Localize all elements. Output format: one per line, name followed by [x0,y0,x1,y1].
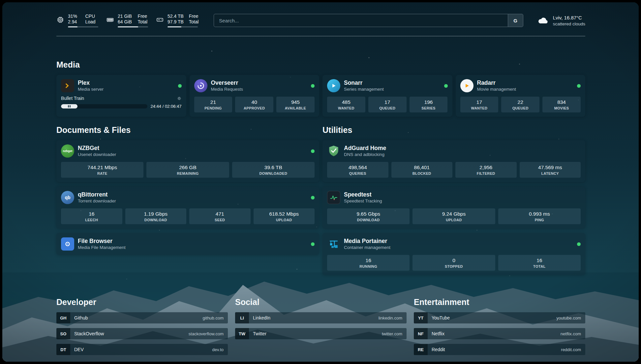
speedtest-subtitle: Speedtest Tracking [344,198,382,203]
stat-value: 0.993 ms [499,211,580,217]
bookmark-domain: github.com [202,316,228,320]
bookmark-name: DEV [74,347,84,352]
stat-box: 16LEECH [61,208,122,224]
stat-label: RUNNING [328,264,409,268]
bookmark-dev[interactable]: DTDEVdev.to [56,344,228,355]
nzbget-status-dot [311,149,315,153]
card-portainer[interactable]: Media Portainer Container management 16R… [322,233,585,275]
stat-label: UPLOAD [254,218,314,222]
now-playing-title: Bullet Train [61,96,84,101]
bookmark-reddit[interactable]: RERedditreddit.com [414,344,585,355]
speedtest-icon [327,191,340,204]
portainer-subtitle: Container management [344,245,390,250]
cpu-widget: 31% CPU 2.94 Load [56,14,98,27]
radarr-status-dot [577,84,581,88]
bookmark-domain: netflix.com [561,331,585,336]
card-speedtest[interactable]: Speedtest Speedtest Tracking 9.65 GbpsDO… [322,187,585,228]
stat-label: STOPPED [413,264,494,268]
stat-value: 86,401 [392,165,452,170]
plex-icon [61,79,74,92]
bookmark-twitter[interactable]: TWTwittertwitter.com [235,328,407,339]
stat-box: 618.52 MbpsUPLOAD [254,208,315,224]
stat-value: 39.6 TB [233,165,314,170]
stat-box: 471SEED [189,208,251,224]
stat-value: 471 [190,211,250,217]
stat-box: 21PENDING [194,97,232,112]
sonarr-subtitle: Series management [344,87,384,92]
bookmark-name: LinkedIn [253,315,270,320]
card-plex[interactable]: Plex Media server Bullet Train [56,75,186,117]
stat-box: 16RUNNING [327,255,410,271]
bookmark-stackoverflow[interactable]: SOStackOverflowstackoverflow.com [56,328,228,339]
sonarr-name: Sonarr [344,80,384,86]
ram-icon [106,16,114,24]
pause-button[interactable] [68,105,71,107]
adguard-subtitle: DNS and adblocking [344,152,386,157]
section-media: Media Plex Media server [56,60,585,117]
stat-box: 266 GBREMAINING [146,162,229,178]
card-filebrowser[interactable]: File Browser Media File Management [56,233,319,255]
playback-time: 24:44 / 02:06:47 [151,104,182,109]
stat-label: REMAINING [147,171,228,175]
stat-label: RATE [62,171,143,175]
cpu-progress-bar [68,26,98,27]
section-utilities: Utilities AdGuard Home [322,125,585,280]
memory-widget: 21 GiB Free 64 GiB Total [106,14,148,27]
svg-text:nzbget: nzbget [63,149,73,153]
radarr-name: Radarr [477,80,516,86]
qbittorrent-icon: qb [61,191,74,204]
bookmark-netflix[interactable]: NFNetflixnetflix.com [414,328,585,339]
stat-label: SERIES [410,106,447,110]
portainer-status-dot [577,242,581,246]
stat-value: 498,564 [328,165,388,170]
stat-box: 17WANTED [460,97,499,112]
disk-total-value: 97.9 TB [168,19,184,25]
bookmark-name: YouTube [432,315,450,320]
weather-widget: Lviv, 16.87°C scattered clouds [537,15,585,26]
stat-value: 21 [195,99,232,105]
stat-value: 9.65 Gbps [328,211,409,217]
adguard-icon [327,144,340,158]
stat-label: FILTERED [456,171,516,175]
bookmark-github[interactable]: GHGithubgithub.com [56,312,228,323]
stat-value: 17 [461,99,498,105]
bookmark-linkedin[interactable]: LILinkedInlinkedin.com [235,312,407,323]
stat-value: 485 [328,99,365,105]
bookmarks-entertainment: Entertainment YTYouTubeyoutube.comNFNetf… [414,297,585,360]
cpu-load-label: Load [85,19,98,25]
card-radarr[interactable]: Radarr Movie management 17WANTED22QUEUED… [456,75,586,117]
stat-value: 22 [502,99,539,105]
card-nzbget[interactable]: nzbget NZBGet Usenet downloader 744.21 M… [56,140,319,182]
gear-icon[interactable] [177,96,182,101]
bookmark-abbr: DT [56,344,70,355]
media-section-title: Media [56,60,585,70]
documents-section-title: Documents & Files [56,125,319,135]
search-provider-button[interactable]: G [508,14,523,27]
stat-label: APPROVED [236,106,273,110]
stat-box: 39.6 TBDOWNLOADED [232,162,315,178]
cpu-load-value: 2.94 [68,19,80,25]
adguard-name: AdGuard Home [344,145,386,152]
bookmark-domain: twitter.com [382,331,407,336]
stat-value: 196 [410,99,447,105]
card-qbittorrent[interactable]: qb qBittorrent Torrent downloader 16LEEC… [56,187,319,228]
search-input[interactable] [214,14,507,27]
bookmark-domain: dev.to [212,347,228,352]
disk-free-value: 52.4 TB [168,14,184,19]
ram-total-value: 64 GiB [118,19,133,25]
stat-box: 0.993 msPING [498,208,581,224]
bookmark-youtube[interactable]: YTYouTubeyoutube.com [414,312,585,323]
bookmarks-social: Social LILinkedInlinkedin.comTWTwittertw… [235,297,407,360]
sonarr-icon [327,79,340,92]
section-documents: Documents & Files nzbget NZBGet Usenet d… [56,125,319,280]
card-sonarr[interactable]: Sonarr Series management 485WANTED17QUEU… [322,75,452,117]
stat-box: 0STOPPED [412,255,495,271]
filebrowser-subtitle: Media File Management [78,245,126,250]
stat-label: QUERIES [328,171,388,175]
bookmark-name: StackOverflow [74,331,104,336]
card-adguard[interactable]: AdGuard Home DNS and adblocking 498,564Q… [322,140,585,182]
bookmark-domain: youtube.com [557,316,585,320]
stat-box: 834MOVIES [542,97,581,112]
bookmark-domain: stackoverflow.com [189,331,228,336]
card-overseerr[interactable]: Overseerr Media Requests 21PENDING40APPR… [190,75,320,117]
